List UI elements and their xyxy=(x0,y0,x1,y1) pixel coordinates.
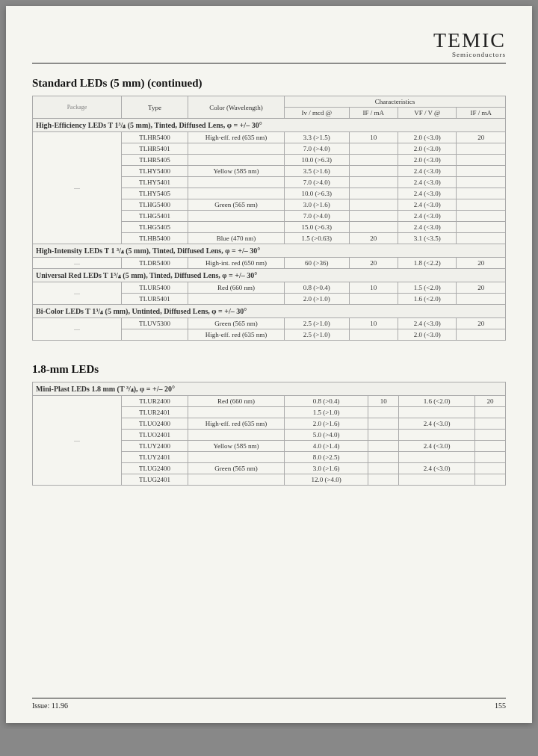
cell-color: Yellow (585 nm) xyxy=(188,441,285,452)
cell-if2 xyxy=(475,463,506,474)
cell-if2 xyxy=(457,188,506,199)
cell-vf: 2.4 (<3.0) xyxy=(398,188,457,199)
cell-type: TLUG2400 xyxy=(122,463,188,474)
cell-type: TLUY2401 xyxy=(122,452,188,463)
group-heading: Mini-Plast LEDs 1.8 mm (T ³/₄), φ = +/– … xyxy=(33,382,506,396)
cell-iv: 2.0 (>1.0) xyxy=(285,294,350,305)
group-heading: Bi-Color LEDs T 1³/₄ (5 mm), Untinted, D… xyxy=(33,305,506,318)
col-package: Package xyxy=(33,96,122,119)
cell-vf xyxy=(399,474,475,486)
package-cell: — xyxy=(33,318,122,341)
cell-color: High-eff. red (635 nm) xyxy=(188,329,285,341)
cell-type: TLUV5300 xyxy=(122,318,188,329)
cell-vf: 2.4 (<3.0) xyxy=(399,463,475,474)
cell-vf: 1.6 (<2.0) xyxy=(398,294,457,305)
cell-type: TLHG5400 xyxy=(122,199,188,211)
cell-type: TLHY5400 xyxy=(122,166,188,177)
cell-if xyxy=(368,474,399,486)
cell-iv: 3.5 (>1.6) xyxy=(285,166,350,177)
cell-vf: 2.0 (<3.0) xyxy=(398,155,457,166)
cell-if2: 20 xyxy=(457,132,506,143)
led-table-2: Mini-Plast LEDs 1.8 mm (T ³/₄), φ = +/– … xyxy=(32,382,506,486)
cell-color: Green (565 nm) xyxy=(188,463,285,474)
cell-color: High-eff. red (635 nm) xyxy=(188,132,285,143)
cell-type: TLHY5401 xyxy=(122,177,188,188)
cell-if xyxy=(349,222,398,233)
page-footer: Issue: 11.96 155 xyxy=(32,698,506,710)
cell-if2 xyxy=(475,430,506,441)
cell-iv: 15.0 (>6.3) xyxy=(285,222,350,233)
cell-color xyxy=(188,155,285,166)
cell-if2: 20 xyxy=(457,282,506,294)
cell-type: TLHR5401 xyxy=(122,143,188,155)
cell-if2 xyxy=(457,329,506,341)
cell-color xyxy=(188,452,285,463)
cell-vf: 1.6 (<2.0) xyxy=(399,396,475,407)
cell-if xyxy=(349,155,398,166)
col-if2: IF / mA xyxy=(457,108,506,119)
section-title-1: Standard LEDs (5 mm) (continued) xyxy=(32,77,506,90)
cell-if2 xyxy=(457,155,506,166)
cell-type: TLUO2401 xyxy=(122,430,188,441)
cell-if xyxy=(349,329,398,341)
cell-if2 xyxy=(457,199,506,211)
cell-color: Red (660 nm) xyxy=(188,396,285,407)
brand-block: TEMIC Semiconductors xyxy=(32,28,506,58)
document-page: TEMIC Semiconductors Standard LEDs (5 mm… xyxy=(6,6,532,723)
cell-type: TLHG5405 xyxy=(122,222,188,233)
issue-text: Issue: 11.96 xyxy=(32,701,68,710)
cell-if xyxy=(349,177,398,188)
cell-iv: 4.0 (>1.4) xyxy=(285,441,368,452)
cell-color xyxy=(188,474,285,486)
col-if: IF / mA xyxy=(349,108,398,119)
cell-iv: 2.5 (>1.0) xyxy=(285,329,350,341)
cell-iv: 8.0 (>2.5) xyxy=(285,452,368,463)
cell-vf: 2.0 (<3.0) xyxy=(398,143,457,155)
cell-iv: 10.0 (>6.3) xyxy=(285,155,350,166)
cell-color: Yellow (585 nm) xyxy=(188,166,285,177)
table-row: —TLDR5400High-int. red (650 nm)60 (>36)2… xyxy=(33,258,506,269)
cell-color xyxy=(188,143,285,155)
cell-vf: 2.4 (<3.0) xyxy=(399,418,475,430)
package-cell: — xyxy=(33,258,122,269)
cell-vf: 2.4 (<3.0) xyxy=(398,166,457,177)
col-vf: VF / V @ xyxy=(398,108,457,119)
cell-color: High-int. red (650 nm) xyxy=(188,258,285,269)
package-cell: — xyxy=(33,396,122,486)
cell-type: TLUG2401 xyxy=(122,474,188,486)
cell-iv: 2.0 (>1.6) xyxy=(285,418,368,430)
cell-color: Blue (470 nm) xyxy=(188,233,285,244)
section-title-2: 1.8-mm LEDs xyxy=(32,363,506,376)
cell-if xyxy=(349,188,398,199)
cell-vf: 3.1 (<3.5) xyxy=(398,233,457,244)
cell-type: TLHG5401 xyxy=(122,211,188,222)
table-row: —TLHR5400High-eff. red (635 nm)3.3 (>1.5… xyxy=(33,132,506,143)
cell-vf: 2.4 (<3.0) xyxy=(398,211,457,222)
cell-type: TLUR5401 xyxy=(122,294,188,305)
cell-vf: 2.4 (<3.0) xyxy=(398,318,457,329)
cell-if: 10 xyxy=(349,282,398,294)
cell-iv: 2.5 (>1.0) xyxy=(285,318,350,329)
cell-iv: 7.0 (>4.0) xyxy=(285,143,350,155)
cell-iv: 0.8 (>0.4) xyxy=(285,282,350,294)
cell-iv: 7.0 (>4.0) xyxy=(285,211,350,222)
cell-type: TLHY5405 xyxy=(122,188,188,199)
cell-if xyxy=(349,143,398,155)
cell-if xyxy=(349,294,398,305)
header-rule xyxy=(32,63,506,63)
cell-iv: 1.5 (>0.63) xyxy=(285,233,350,244)
cell-vf: 2.0 (<3.0) xyxy=(398,132,457,143)
col-iv: Iv / mcd @ xyxy=(285,108,350,119)
cell-if xyxy=(349,211,398,222)
cell-if2: 20 xyxy=(475,396,506,407)
cell-type: TLHR5405 xyxy=(122,155,188,166)
cell-type: TLDR5400 xyxy=(122,258,188,269)
cell-if2 xyxy=(457,222,506,233)
cell-iv: 60 (>36) xyxy=(285,258,350,269)
cell-color xyxy=(188,188,285,199)
cell-type xyxy=(122,329,188,341)
cell-type: TLUY2400 xyxy=(122,441,188,452)
table-row: —TLUV5300Green (565 nm)2.5 (>1.0)102.4 (… xyxy=(33,318,506,329)
cell-vf: 1.5 (<2.0) xyxy=(398,282,457,294)
cell-iv: 3.0 (>1.6) xyxy=(285,463,368,474)
